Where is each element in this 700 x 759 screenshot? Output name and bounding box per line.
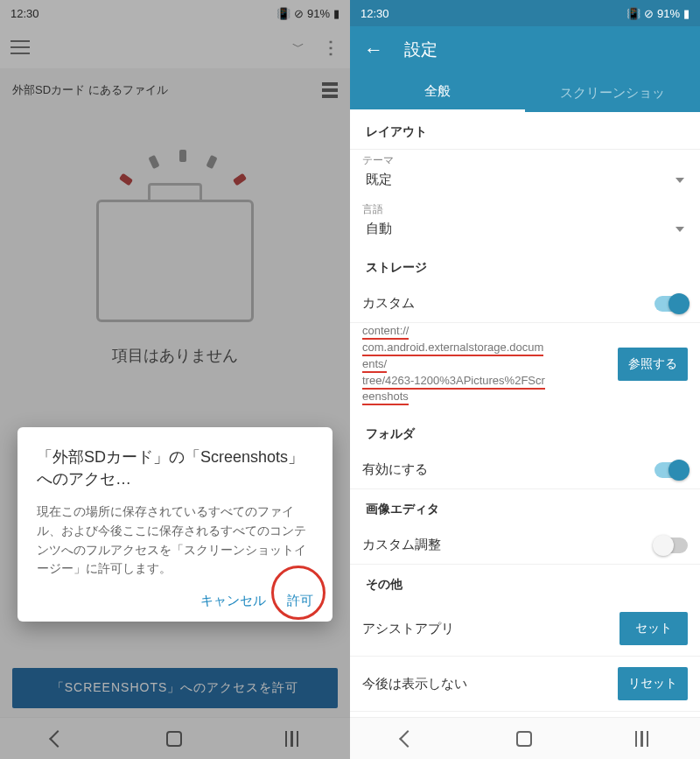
nav-recent-icon[interactable] xyxy=(635,731,649,747)
custom-adjust-row[interactable]: カスタム調整 xyxy=(350,526,700,565)
no-disturb-icon: ⊘ xyxy=(644,7,654,20)
battery-icon: ▮ xyxy=(683,7,690,20)
language-label: 言語 xyxy=(350,199,700,217)
nav-back-icon[interactable] xyxy=(399,730,416,748)
dialog-body: 現在この場所に保存されているすべてのファイル、および今後ここに保存されるすべての… xyxy=(37,502,313,579)
section-layout: レイアウト xyxy=(350,112,700,150)
theme-select[interactable]: 既定 xyxy=(350,168,700,199)
language-select[interactable]: 自動 xyxy=(350,217,700,248)
battery-text: 91% xyxy=(657,7,680,20)
enable-folder-row[interactable]: 有効にする xyxy=(350,451,700,489)
tab-screenshot[interactable]: スクリーンショッ xyxy=(525,74,700,112)
chevron-down-icon xyxy=(676,178,684,183)
tabs: 全般 スクリーンショッ xyxy=(350,74,700,112)
nav-bar xyxy=(350,717,700,759)
section-folder: フォルダ xyxy=(350,414,700,451)
cancel-button[interactable]: キャンセル xyxy=(200,593,266,609)
section-storage: ストレージ xyxy=(350,248,700,285)
permission-dialog: 「外部SDカード」の「Screenshots」へのアクセ… 現在この場所に保存さ… xyxy=(18,427,332,622)
storage-path: content:// com.android.externalstorage.d… xyxy=(362,323,609,405)
chevron-down-icon xyxy=(676,227,684,232)
custom-adjust-switch[interactable] xyxy=(654,538,688,553)
status-time: 12:30 xyxy=(360,7,389,20)
browse-button[interactable]: 参照する xyxy=(618,348,688,381)
dialog-title: 「外部SDカード」の「Screenshots」へのアクセ… xyxy=(37,446,313,490)
back-arrow-icon[interactable]: ← xyxy=(364,39,383,61)
custom-storage-switch[interactable] xyxy=(654,296,688,312)
section-other: その他 xyxy=(350,565,700,601)
status-bar: 12:30 📳 ⊘ 91% ▮ xyxy=(350,0,700,26)
section-image-editor: 画像エディタ xyxy=(350,489,700,526)
dont-show-row: 今後は表示しない リセット xyxy=(350,657,700,712)
mute-icon: 📳 xyxy=(626,7,640,20)
theme-label: テーマ xyxy=(350,150,700,168)
appbar-title: 設定 xyxy=(404,39,438,61)
allow-button[interactable]: 許可 xyxy=(287,593,313,609)
set-button[interactable]: セット xyxy=(620,612,688,645)
custom-storage-row[interactable]: カスタム xyxy=(350,285,700,323)
app-bar: ← 設定 xyxy=(350,26,700,74)
enable-folder-switch[interactable] xyxy=(654,462,688,478)
dim-overlay[interactable] xyxy=(0,0,350,759)
reset-button[interactable]: リセット xyxy=(618,667,688,700)
tab-general[interactable]: 全般 xyxy=(350,74,525,112)
assist-app-row: アシストアプリ セット xyxy=(350,601,700,657)
nav-home-icon[interactable] xyxy=(516,731,532,747)
